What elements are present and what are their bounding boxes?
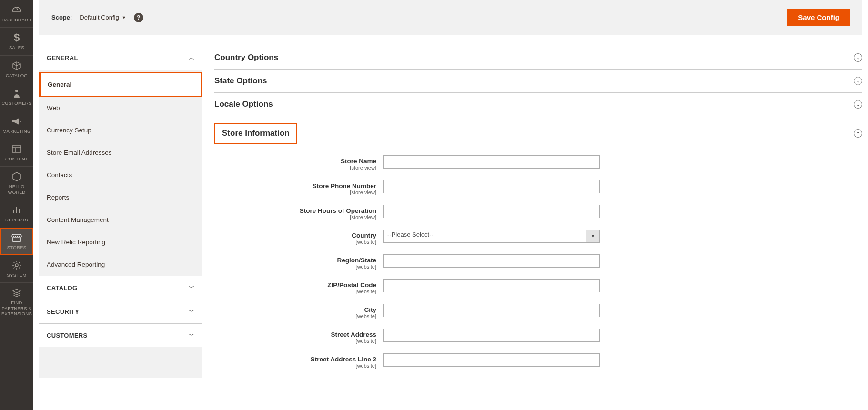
- select-country[interactable]: --Please Select--: [383, 230, 586, 243]
- config-nav-group-customers: CUSTOMERS ﹀: [39, 324, 202, 347]
- input-street2[interactable]: [383, 353, 600, 367]
- sidebar-item-system[interactable]: SYSTEM: [0, 255, 33, 282]
- input-zip[interactable]: [383, 279, 600, 292]
- label-region: Region/State: [337, 257, 376, 264]
- label-store-phone: Store Phone Number: [313, 182, 376, 190]
- sidebar-item-marketing[interactable]: MARKETING: [0, 111, 33, 139]
- sidebar-item-reports[interactable]: REPORTS: [0, 200, 33, 227]
- label-store-name: Store Name: [341, 158, 376, 165]
- config-nav: GENERAL ︿ General Web Currency Setup Sto…: [39, 46, 202, 378]
- config-nav-header-security[interactable]: SECURITY ﹀: [39, 300, 202, 323]
- sidebar-item-catalog[interactable]: CATALOG: [0, 55, 33, 83]
- megaphone-icon: [11, 116, 22, 127]
- config-nav-item-currency[interactable]: Currency Setup: [39, 119, 202, 141]
- label-store-hours: Store Hours of Operation: [300, 207, 376, 214]
- row-street2: Street Address Line 2 [website]: [214, 353, 862, 369]
- dollar-icon: $: [14, 32, 20, 43]
- expand-icon: ⌄: [854, 53, 862, 62]
- label-street2: Street Address Line 2: [311, 356, 376, 363]
- chevron-down-icon: ﹀: [189, 308, 194, 316]
- sidebar-item-partners[interactable]: FIND PARTNERS & EXTENSIONS: [0, 282, 33, 321]
- layout-icon: [12, 144, 21, 154]
- row-street1: Street Address [website]: [214, 329, 862, 344]
- sidebar-item-customers[interactable]: CUSTOMERS: [0, 83, 33, 110]
- chevron-down-icon: ﹀: [189, 331, 194, 340]
- scope-bar: Scope: Default Config ▼ ? Save Config: [39, 0, 862, 35]
- input-street1[interactable]: [383, 329, 600, 342]
- config-nav-item-contacts[interactable]: Contacts: [39, 164, 202, 186]
- store-icon: [11, 232, 22, 243]
- svg-rect-1: [12, 146, 21, 152]
- row-region: Region/State [website]: [214, 254, 862, 270]
- chevron-down-icon: ▼: [122, 15, 126, 20]
- input-store-hours[interactable]: [383, 205, 600, 218]
- svg-point-0: [15, 90, 18, 92]
- input-store-name[interactable]: [383, 155, 600, 169]
- row-store-phone: Store Phone Number [store view]: [214, 180, 862, 195]
- svg-rect-5: [16, 207, 17, 213]
- config-nav-item-content-mgmt[interactable]: Content Management: [39, 209, 202, 231]
- label-country: Country: [352, 232, 376, 239]
- input-store-phone[interactable]: [383, 180, 600, 193]
- config-nav-item-web[interactable]: Web: [39, 97, 202, 119]
- label-zip: ZIP/Postal Code: [327, 281, 376, 289]
- section-country-options[interactable]: Country Options ⌄: [214, 46, 862, 70]
- sidebar-item-hello-world[interactable]: HELLO WORLD: [0, 166, 33, 200]
- config-nav-item-store-email[interactable]: Store Email Addresses: [39, 141, 202, 164]
- expand-icon: ⌄: [854, 100, 862, 109]
- config-nav-item-general[interactable]: General: [40, 73, 201, 96]
- svg-rect-6: [19, 209, 20, 213]
- scope-select[interactable]: Default Config ▼: [80, 14, 126, 21]
- row-store-name: Store Name [store view]: [214, 155, 862, 170]
- stack-icon: [12, 288, 21, 298]
- box-icon: [12, 60, 21, 71]
- row-country: Country [website] --Please Select-- ▼: [214, 230, 862, 245]
- input-region[interactable]: [383, 254, 600, 268]
- gear-icon: [12, 260, 21, 270]
- svg-rect-4: [13, 210, 14, 213]
- sidebar-item-sales[interactable]: $ SALES: [0, 27, 33, 55]
- label-city: City: [364, 306, 376, 313]
- chevron-up-icon: ︿: [189, 54, 194, 62]
- svg-point-7: [15, 264, 18, 267]
- input-city[interactable]: [383, 304, 600, 317]
- config-nav-header-customers[interactable]: CUSTOMERS ﹀: [39, 324, 202, 347]
- config-nav-group-catalog: CATALOG ﹀: [39, 276, 202, 300]
- help-icon[interactable]: ?: [134, 13, 143, 22]
- chevron-down-icon: ﹀: [189, 284, 194, 292]
- section-store-information[interactable]: Store Information: [214, 123, 297, 144]
- config-nav-group-security: SECURITY ﹀: [39, 300, 202, 324]
- expand-icon: ⌄: [854, 77, 862, 85]
- sidebar-item-dashboard[interactable]: DASHBOARD: [0, 0, 33, 27]
- row-store-hours: Store Hours of Operation [store view]: [214, 205, 862, 220]
- config-nav-header-general[interactable]: GENERAL ︿: [39, 46, 202, 70]
- person-icon: [13, 88, 20, 99]
- config-nav-header-catalog[interactable]: CATALOG ﹀: [39, 276, 202, 300]
- config-nav-item-advanced-reporting[interactable]: Advanced Reporting: [39, 253, 202, 276]
- section-state-options[interactable]: State Options ⌄: [214, 70, 862, 93]
- gauge-icon: [11, 5, 22, 15]
- bars-icon: [12, 205, 21, 215]
- config-nav-item-reports[interactable]: Reports: [39, 186, 202, 209]
- sidebar-item-stores[interactable]: STORES: [0, 228, 33, 255]
- collapse-icon[interactable]: ⌃: [854, 129, 862, 138]
- save-config-button[interactable]: Save Config: [787, 9, 850, 26]
- config-nav-item-newrelic[interactable]: New Relic Reporting: [39, 231, 202, 253]
- admin-sidebar: DASHBOARD $ SALES CATALOG CUSTOMERS MARK…: [0, 0, 33, 378]
- section-locale-options[interactable]: Locale Options ⌄: [214, 93, 862, 116]
- row-city: City [website]: [214, 304, 862, 319]
- scope-label: Scope:: [51, 14, 72, 21]
- sidebar-item-content[interactable]: CONTENT: [0, 139, 33, 166]
- config-nav-group-general: GENERAL ︿ General Web Currency Setup Sto…: [39, 46, 202, 276]
- chevron-down-icon[interactable]: ▼: [586, 230, 600, 243]
- config-panel: Country Options ⌄ State Options ⌄ Locale…: [214, 46, 862, 378]
- row-zip: ZIP/Postal Code [website]: [214, 279, 862, 294]
- label-street1: Street Address: [331, 331, 376, 338]
- hex-icon: [12, 171, 21, 182]
